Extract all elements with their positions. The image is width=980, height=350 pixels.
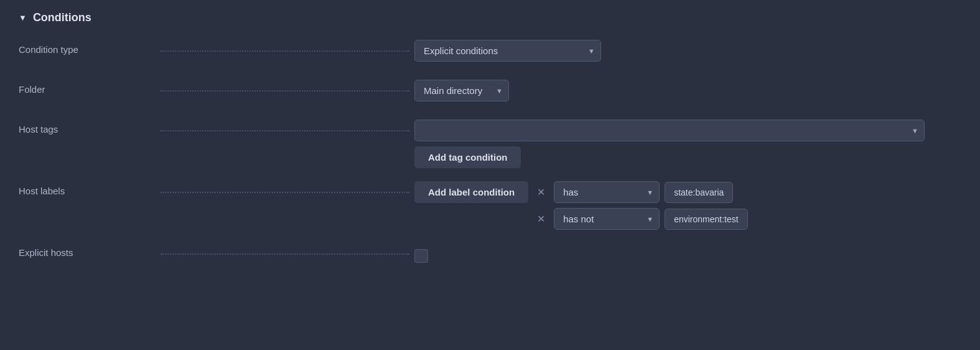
folder-row: Folder Main directory Other directory xyxy=(19,78,961,106)
host-tags-dotted xyxy=(161,130,409,131)
condition-type-label: Condition type xyxy=(19,38,156,55)
remove-condition-2-button[interactable]: ✕ xyxy=(533,210,549,227)
condition-type-row: Condition type Explicit conditions All h… xyxy=(19,38,961,67)
host-tags-select-wrapper xyxy=(414,120,925,141)
remove-condition-1-button[interactable]: ✕ xyxy=(533,184,549,201)
add-label-condition-button[interactable]: Add label condition xyxy=(414,181,528,203)
folder-select-wrapper: Main directory Other directory xyxy=(414,80,509,102)
panel-header: ▼ Conditions xyxy=(19,11,961,24)
host-labels-dotted xyxy=(161,192,409,193)
condition-type-dotted xyxy=(161,50,409,52)
host-tags-control: Add tag condition xyxy=(414,118,961,168)
host-tags-row: Host tags Add tag condition xyxy=(19,118,961,168)
host-tags-label: Host tags xyxy=(19,118,156,135)
condition-1-operator-select[interactable]: has has not xyxy=(554,181,660,203)
host-labels-row: Host labels Add label condition ✕ has ha… xyxy=(19,179,961,230)
host-labels-control: Add label condition ✕ has has not state:… xyxy=(414,179,961,230)
host-labels-label: Host labels xyxy=(19,179,156,196)
label-condition-row: ✕ has has not environment:test xyxy=(533,208,748,230)
condition-type-select[interactable]: Explicit conditions All hosts No conditi… xyxy=(414,40,601,62)
label-conditions-group: ✕ has has not state:bavaria ✕ has xyxy=(533,181,748,230)
explicit-hosts-checkbox[interactable] xyxy=(414,249,428,263)
explicit-hosts-dotted xyxy=(161,253,409,255)
folder-dotted xyxy=(161,90,409,92)
condition-type-control: Explicit conditions All hosts No conditi… xyxy=(414,38,961,62)
conditions-panel: ▼ Conditions Condition type Explicit con… xyxy=(0,0,980,350)
condition-type-select-wrapper: Explicit conditions All hosts No conditi… xyxy=(414,40,601,62)
folder-control: Main directory Other directory xyxy=(414,78,961,102)
host-tags-select[interactable] xyxy=(414,120,925,141)
explicit-hosts-control xyxy=(414,241,961,263)
add-tag-condition-button[interactable]: Add tag condition xyxy=(414,146,521,168)
folder-label: Folder xyxy=(19,78,156,95)
collapse-icon[interactable]: ▼ xyxy=(19,13,27,22)
label-condition-row: ✕ has has not state:bavaria xyxy=(533,181,748,203)
condition-1-operator-wrapper: has has not xyxy=(554,181,660,203)
explicit-hosts-label: Explicit hosts xyxy=(19,241,156,258)
condition-2-operator-wrapper: has has not xyxy=(554,208,660,230)
folder-select[interactable]: Main directory Other directory xyxy=(414,80,509,102)
condition-1-value: state:bavaria xyxy=(665,182,733,203)
condition-2-value: environment:test xyxy=(665,209,748,230)
condition-2-operator-select[interactable]: has has not xyxy=(554,208,660,230)
panel-title: Conditions xyxy=(33,11,91,24)
explicit-hosts-row: Explicit hosts xyxy=(19,241,961,270)
